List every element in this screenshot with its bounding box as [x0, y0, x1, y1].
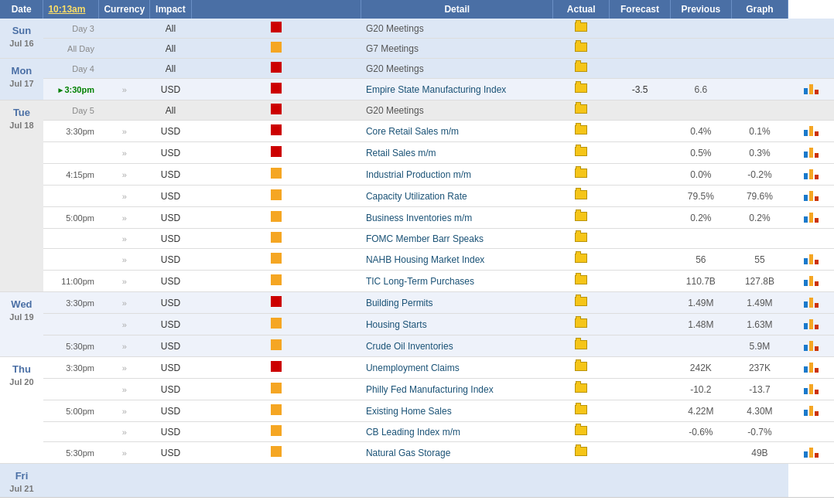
detail-folder-cell[interactable] — [553, 39, 610, 59]
graph-icon-cell[interactable] — [788, 59, 834, 79]
detail-folder-cell[interactable] — [553, 292, 610, 314]
graph-icon-cell[interactable] — [788, 271, 834, 292]
impact-cell — [191, 39, 361, 59]
bar-chart-icon — [804, 382, 819, 394]
event-name-cell[interactable]: G20 Meetings — [361, 59, 553, 79]
previous-value: -0.7% — [731, 422, 788, 442]
graph-icon-cell[interactable] — [788, 400, 834, 422]
detail-folder-cell[interactable] — [553, 271, 610, 292]
event-name-cell[interactable]: G20 Meetings — [361, 19, 553, 39]
chevron-icon — [99, 59, 150, 79]
detail-folder-cell[interactable] — [553, 142, 610, 164]
chevron-icon: » — [99, 422, 150, 442]
event-name-cell[interactable]: Capacity Utilization Rate — [361, 186, 553, 207]
event-name-cell[interactable]: Natural Gas Storage — [361, 442, 553, 464]
event-name-cell[interactable]: G20 Meetings — [361, 100, 553, 121]
event-name-cell[interactable]: Philly Fed Manufacturing Index — [361, 379, 553, 400]
event-name-cell[interactable]: Crude Oil Inventories — [361, 335, 553, 357]
detail-folder-cell[interactable] — [553, 357, 610, 379]
impact-cell — [191, 186, 361, 207]
detail-folder-cell[interactable] — [553, 400, 610, 422]
graph-icon-cell[interactable] — [788, 39, 834, 59]
event-name-cell[interactable]: Retail Sales m/m — [361, 142, 553, 164]
date-cell: MonJul 17 — [0, 59, 43, 100]
forecast-value — [670, 229, 731, 249]
graph-icon-cell[interactable] — [788, 19, 834, 39]
event-name-cell[interactable]: G7 Meetings — [361, 39, 553, 59]
detail-folder-cell[interactable] — [553, 249, 610, 271]
detail-folder-cell[interactable] — [553, 442, 610, 464]
detail-folder-cell[interactable] — [553, 335, 610, 357]
graph-icon-cell[interactable] — [788, 379, 834, 400]
chevron-icon: » — [99, 142, 150, 164]
graph-icon-cell[interactable] — [788, 207, 834, 229]
event-name-cell[interactable]: Core Retail Sales m/m — [361, 121, 553, 142]
graph-icon-cell[interactable] — [788, 292, 834, 314]
graph-icon-cell[interactable] — [788, 314, 834, 335]
detail-folder-cell[interactable] — [553, 314, 610, 335]
graph-icon-cell[interactable] — [788, 164, 834, 186]
detail-folder-cell[interactable] — [553, 164, 610, 186]
graph-icon-cell[interactable] — [788, 100, 834, 121]
detail-folder-cell[interactable] — [553, 121, 610, 142]
bar-chart-icon — [804, 145, 819, 158]
actual-value — [610, 164, 671, 186]
previous-value: 0.1% — [731, 121, 788, 142]
currency-cell: USD — [150, 249, 192, 271]
bar-chart-icon — [804, 360, 819, 373]
actual-value — [610, 249, 671, 271]
detail-folder-cell[interactable] — [553, 19, 610, 39]
event-name-cell[interactable]: Housing Starts — [361, 314, 553, 335]
detail-folder-cell[interactable] — [553, 79, 610, 100]
graph-icon-cell[interactable] — [788, 422, 834, 442]
impact-cell — [191, 207, 361, 229]
graph-icon-cell[interactable] — [788, 229, 834, 249]
detail-folder-cell[interactable] — [553, 59, 610, 79]
event-name-cell[interactable]: CB Leading Index m/m — [361, 422, 553, 442]
table-row: 5:30pm»USDNatural Gas Storage49B — [0, 442, 834, 464]
time-cell — [43, 142, 99, 164]
graph-icon-cell[interactable] — [788, 442, 834, 464]
graph-icon-cell[interactable] — [788, 142, 834, 164]
event-name-cell[interactable]: FOMC Member Barr Speaks — [361, 229, 553, 249]
date-cell: WedJul 19 — [0, 292, 43, 357]
graph-icon-cell[interactable] — [788, 121, 834, 142]
previous-value: 237K — [731, 357, 788, 379]
time-cell: Day 5 — [43, 100, 99, 121]
forecast-value — [670, 442, 731, 464]
event-name-cell[interactable]: Unemployment Claims — [361, 357, 553, 379]
graph-icon-cell[interactable] — [788, 249, 834, 271]
table-row: ►3:30pm»USDEmpire State Manufacturing In… — [0, 79, 834, 100]
event-name-cell[interactable]: Industrial Production m/m — [361, 164, 553, 186]
detail-folder-cell[interactable] — [553, 379, 610, 400]
event-name-cell[interactable]: Empire State Manufacturing Index — [361, 79, 553, 100]
previous-value: 5.9M — [731, 335, 788, 357]
detail-folder-cell[interactable] — [553, 229, 610, 249]
forecast-value — [670, 19, 731, 39]
graph-icon-cell[interactable] — [788, 357, 834, 379]
time-cell: 3:30pm — [43, 292, 99, 314]
event-name-cell[interactable]: TIC Long-Term Purchases — [361, 271, 553, 292]
table-row: MonJul 17Day 4AllG20 Meetings — [0, 59, 834, 79]
detail-folder-cell[interactable] — [553, 422, 610, 442]
event-name-cell[interactable]: Business Inventories m/m — [361, 207, 553, 229]
bar-chart-icon — [804, 82, 819, 94]
col-time[interactable]: 10:13am — [43, 0, 99, 19]
graph-icon-cell[interactable] — [788, 335, 834, 357]
chevron-icon — [99, 100, 150, 121]
event-name-cell[interactable]: Existing Home Sales — [361, 400, 553, 422]
forecast-value: 6.6 — [670, 79, 731, 100]
detail-folder-cell[interactable] — [553, 100, 610, 121]
detail-folder-cell[interactable] — [553, 207, 610, 229]
detail-folder-cell[interactable] — [553, 186, 610, 207]
forecast-value — [670, 100, 731, 121]
chevron-icon: » — [99, 164, 150, 186]
day-row: FriJul 21 — [0, 464, 834, 498]
event-name-cell[interactable]: Building Permits — [361, 292, 553, 314]
graph-icon-cell[interactable] — [788, 79, 834, 100]
graph-icon-cell[interactable] — [788, 186, 834, 207]
time-cell: 4:15pm — [43, 164, 99, 186]
event-name-cell[interactable]: NAHB Housing Market Index — [361, 249, 553, 271]
table-row: 11:00pm»USDTIC Long-Term Purchases110.7B… — [0, 271, 834, 292]
forecast-value: 242K — [670, 357, 731, 379]
